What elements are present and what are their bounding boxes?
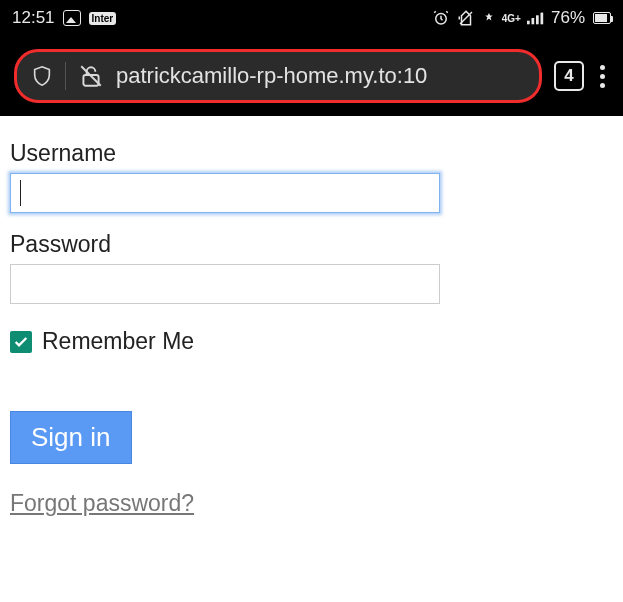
signin-button[interactable]: Sign in	[10, 411, 132, 464]
address-divider	[65, 62, 66, 90]
android-status-bar: 12:51 Inter 4G+ 76%	[0, 0, 623, 36]
inter-badge: Inter	[89, 12, 117, 25]
status-left-group: 12:51 Inter	[12, 8, 116, 28]
remember-me-row[interactable]: Remember Me	[10, 328, 613, 355]
status-time: 12:51	[12, 8, 55, 28]
vibrate-icon	[456, 9, 476, 27]
text-cursor	[20, 180, 21, 206]
insecure-connection-icon	[78, 63, 104, 89]
shield-icon	[31, 63, 53, 89]
signal-icon	[527, 11, 545, 25]
password-label: Password	[10, 231, 613, 258]
check-icon	[13, 334, 29, 350]
browser-toolbar: patrickcamillo-rp-home.my.to:10 4	[0, 36, 623, 116]
overflow-menu-button[interactable]	[596, 61, 609, 92]
svg-rect-2	[527, 21, 530, 25]
url-text: patrickcamillo-rp-home.my.to:10	[116, 63, 427, 89]
network-type: 4G+	[502, 13, 521, 24]
forgot-password-link[interactable]: Forgot password?	[10, 490, 194, 517]
tab-count: 4	[564, 66, 573, 86]
status-right-group: 4G+ 76%	[432, 8, 611, 28]
battery-percent: 76%	[551, 8, 585, 28]
svg-rect-3	[531, 18, 534, 24]
address-bar[interactable]: patrickcamillo-rp-home.my.to:10	[14, 49, 542, 103]
tab-switcher[interactable]: 4	[554, 61, 584, 91]
alarm-icon	[432, 9, 450, 27]
page-content: Username Password Remember Me Sign in Fo…	[0, 116, 623, 602]
password-input[interactable]	[10, 264, 440, 304]
username-input[interactable]	[10, 173, 440, 213]
svg-rect-4	[536, 15, 539, 24]
remember-me-label: Remember Me	[42, 328, 194, 355]
username-label: Username	[10, 140, 613, 167]
battery-saver-icon	[482, 10, 496, 26]
battery-icon	[593, 12, 611, 24]
picture-icon	[63, 10, 81, 26]
svg-rect-5	[540, 13, 543, 25]
remember-me-checkbox[interactable]	[10, 331, 32, 353]
